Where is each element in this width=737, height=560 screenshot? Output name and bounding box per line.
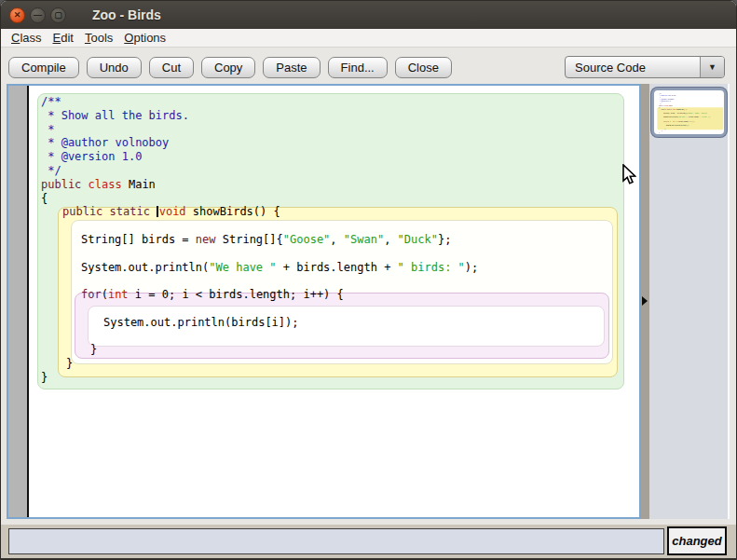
code-line: System.out.println(birds[i]);: [666, 124, 689, 126]
menu-options[interactable]: Options: [121, 31, 174, 45]
code-line: System.out.println("We have " + birds.le…: [81, 261, 478, 275]
code-line: }: [66, 357, 73, 371]
main-area: /** * Show all the birds. * * @author vo…: [1, 83, 737, 525]
window-title: Zoo - Birds: [92, 7, 161, 22]
minimize-button[interactable]: —: [30, 7, 46, 23]
code-line: {: [41, 192, 48, 206]
close-button[interactable]: ✕: [9, 7, 25, 23]
split-divider[interactable]: [641, 84, 649, 519]
find-button[interactable]: Find...: [328, 57, 388, 78]
menu-tools[interactable]: Tools: [82, 31, 121, 45]
code-line: *: [41, 123, 54, 137]
code-line: }: [41, 371, 48, 385]
code-line: String[] birds = new String[]{"Goose", "…: [663, 113, 707, 115]
code-line: public static void showBirds() {: [62, 205, 280, 219]
naviview-method-highlight: [657, 107, 723, 130]
title-bar[interactable]: ✕—▢ Zoo - Birds: [1, 1, 736, 29]
code-text[interactable]: /** * Show all the birds. * * @author vo…: [8, 86, 639, 517]
code-line: {: [659, 106, 660, 108]
code-line: */: [41, 164, 61, 178]
code-line: for(int i = 0; i < birds.length; i++) {: [663, 120, 694, 122]
code-line: /**: [41, 95, 61, 109]
window-controls: ✕—▢: [9, 7, 66, 23]
status-message-field: [8, 528, 664, 554]
code-line: }: [659, 132, 660, 134]
code-line: for(int i = 0; i < birds.length; i++) {: [81, 288, 344, 302]
code-line: System.out.println(birds[i]);: [103, 316, 299, 330]
code-line: public static void showBirds() {: [662, 108, 687, 110]
mouse-cursor-icon: [621, 164, 636, 186]
text-caret: [157, 206, 158, 217]
close-button[interactable]: Close: [395, 57, 452, 78]
chevron-down-icon[interactable]: ▼: [700, 57, 724, 77]
code-line: }: [664, 129, 665, 130]
maximize-button[interactable]: ▢: [50, 7, 66, 23]
code-line: * Show all the birds.: [659, 95, 676, 97]
toolbar: CompileUndoCutCopyPasteFind...Close Sour…: [1, 48, 736, 83]
editor-window: ✕—▢ Zoo - Birds ClassEditToolsOptions Co…: [0, 0, 737, 560]
code-line: public class Main: [41, 178, 156, 192]
toolbar-buttons: CompileUndoCutCopyPasteFind...Close: [8, 57, 452, 78]
naviview-content: /** * Show all the birds. * * @author vo…: [654, 90, 724, 134]
code-editor[interactable]: /** * Show all the birds. * * @author vo…: [7, 84, 641, 519]
cut-button[interactable]: Cut: [149, 57, 194, 78]
code-line: public class Main: [659, 104, 672, 106]
undo-button[interactable]: Undo: [87, 57, 142, 78]
copy-button[interactable]: Copy: [201, 57, 255, 78]
compile-button[interactable]: Compile: [8, 57, 79, 78]
status-bar: changed: [1, 525, 736, 558]
menu-bar: ClassEditToolsOptions: [1, 29, 736, 48]
collapse-arrow-icon[interactable]: [642, 296, 648, 306]
code-line: * Show all the birds.: [41, 109, 189, 123]
code-line: String[] birds = new String[]{"Goose", "…: [81, 233, 451, 247]
naviview-panel[interactable]: /** * Show all the birds. * * @author vo…: [649, 84, 730, 519]
code-line: * @author volnoboy: [41, 136, 169, 150]
naviview-viewport[interactable]: /** * Show all the birds. * * @author vo…: [651, 88, 727, 137]
view-selector-value: Source Code: [566, 61, 646, 75]
code-line: }: [90, 343, 97, 357]
code-line: System.out.println("We have " + birds.le…: [663, 116, 710, 118]
changed-badge: changed: [667, 526, 727, 555]
paste-button[interactable]: Paste: [263, 57, 320, 78]
code-line: * @version 1.0: [41, 150, 142, 164]
menu-edit[interactable]: Edit: [50, 31, 82, 45]
menu-class[interactable]: Class: [8, 31, 50, 45]
code-line: }: [662, 130, 662, 132]
view-selector[interactable]: Source Code ▼: [565, 56, 725, 78]
